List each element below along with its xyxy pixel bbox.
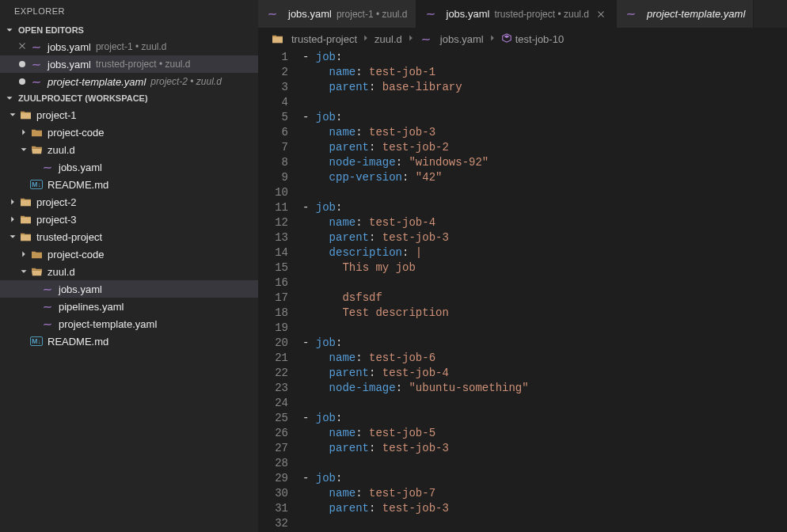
main-area: ⁓jobs.yamlproject-1 • zuul.d⁓jobs.yamltr… (258, 0, 787, 532)
code-line[interactable]: - job: (302, 336, 787, 351)
code-line[interactable] (302, 396, 787, 411)
code-line[interactable]: node-image: "ubuntu-something" (302, 381, 787, 396)
editor-item-close[interactable] (14, 61, 30, 67)
close-icon[interactable] (594, 7, 608, 21)
code-line[interactable]: Test description (302, 306, 787, 321)
line-number: 31 (258, 501, 288, 516)
tree-folder[interactable]: project-1 (0, 106, 258, 124)
code-line[interactable]: name: test-job-7 (302, 486, 787, 501)
code-line[interactable]: name: test-job-6 (302, 351, 787, 366)
editor-item-desc: project-1 • zuul.d (96, 41, 167, 52)
code-line[interactable] (302, 321, 787, 336)
code-line[interactable] (302, 95, 787, 110)
chevron-right-icon (487, 32, 498, 46)
code-line[interactable] (302, 276, 787, 291)
editor-tab[interactable]: ⁓project-template.yaml (617, 0, 754, 28)
unsaved-dot-icon (19, 78, 25, 85)
open-editors-header[interactable]: OPEN EDITORS (0, 22, 258, 38)
tree-folder[interactable]: zuul.d (0, 141, 258, 158)
code-line[interactable]: - job: (302, 110, 787, 125)
editor-item-close[interactable] (14, 40, 30, 54)
tree-folder[interactable]: project-code (0, 124, 258, 141)
chevron-right-icon[interactable] (6, 196, 19, 207)
line-number: 13 (258, 230, 288, 245)
breadcrumb-item[interactable]: ⁓ jobs.yaml (420, 32, 484, 45)
line-number: 4 (258, 95, 288, 110)
code-line[interactable]: dsfsdf (302, 291, 787, 306)
code-line[interactable]: name: test-job-5 (302, 426, 787, 441)
editor-item-close[interactable] (14, 78, 30, 85)
chevron-right-icon[interactable] (17, 249, 30, 260)
code-line[interactable]: parent: test-job-2 (302, 140, 787, 155)
code-line[interactable]: node-image: "windows-92" (302, 155, 787, 170)
code-line[interactable]: This my job (302, 260, 787, 276)
tree-folder[interactable]: project-code (0, 245, 258, 263)
tree-file[interactable]: M↓README.md (0, 332, 258, 350)
code-line[interactable]: - job: (302, 50, 787, 65)
tree-item-label: README.md (48, 336, 108, 348)
line-number: 10 (258, 185, 288, 200)
tree-file[interactable]: ⁓pipelines.yaml (0, 298, 258, 315)
yaml-icon: ⁓ (625, 8, 637, 21)
breadcrumb-item[interactable]: zuul.d (374, 33, 402, 45)
chevron-right-icon[interactable] (6, 214, 19, 225)
code-line[interactable]: parent: test-job-3 (302, 441, 787, 456)
code-line[interactable]: parent: test-job-3 (302, 501, 787, 516)
open-editor-item[interactable]: ⁓project-template.yamlproject-2 • zuul.d (0, 73, 258, 90)
chevron-right-icon[interactable] (17, 127, 30, 138)
chevron-down-icon[interactable] (6, 231, 19, 242)
tree-file[interactable]: ⁓jobs.yaml (0, 280, 258, 298)
tree-folder[interactable]: zuul.d (0, 263, 258, 280)
line-number: 12 (258, 215, 288, 230)
tree-file[interactable]: M↓README.md (0, 176, 258, 193)
tab-name: project-template.yaml (647, 8, 745, 20)
breadcrumb-item[interactable]: trusted-project (271, 33, 357, 45)
code-line[interactable]: cpp-version: "42" (302, 170, 787, 185)
code-line[interactable]: - job: (302, 411, 787, 426)
yaml-icon: ⁓ (30, 40, 43, 53)
open-editor-item[interactable]: ⁓jobs.yamlproject-1 • zuul.d (0, 38, 258, 55)
tree-folder[interactable]: project-3 (0, 211, 258, 228)
close-icon[interactable] (17, 40, 28, 54)
line-number: 32 (258, 516, 288, 531)
code-line[interactable]: name: test-job-1 (302, 65, 787, 80)
tree-item-label: project-3 (36, 214, 77, 226)
tree-folder[interactable]: trusted-project (0, 228, 258, 245)
editor-tab[interactable]: ⁓jobs.yamlproject-1 • zuul.d (258, 0, 416, 28)
code-line[interactable]: description: | (302, 245, 787, 260)
code-line[interactable] (302, 516, 787, 531)
open-editor-item[interactable]: ⁓jobs.yamltrusted-project • zuul.d (0, 55, 258, 73)
line-number: 29 (258, 471, 288, 486)
editor-tab[interactable]: ⁓jobs.yamltrusted-project • zuul.d (416, 0, 618, 28)
code-line[interactable]: parent: test-job-4 (302, 366, 787, 381)
code-line[interactable]: name: test-job-4 (302, 215, 787, 230)
line-number: 5 (258, 110, 288, 125)
tree-folder[interactable]: project-2 (0, 193, 258, 211)
tree-file[interactable]: ⁓jobs.yaml (0, 158, 258, 176)
markdown-icon: M↓ (30, 178, 43, 191)
chevron-down-icon[interactable] (17, 266, 30, 277)
code-content[interactable]: - job: name: test-job-1 parent: base-lib… (302, 50, 787, 532)
tree-item-label: README.md (48, 179, 108, 191)
code-line[interactable] (302, 456, 787, 471)
tree-file[interactable]: ⁓project-template.yaml (0, 315, 258, 332)
code-line[interactable]: parent: base-library (302, 80, 787, 95)
code-line[interactable]: - job: (302, 471, 787, 486)
folder-icon (30, 144, 43, 155)
code-line[interactable] (302, 185, 787, 200)
code-line[interactable]: - job: (302, 200, 787, 215)
tab-name: jobs.yaml (447, 8, 490, 20)
line-number: 19 (258, 321, 288, 336)
line-number: 9 (258, 170, 288, 185)
workspace-header[interactable]: ZUULPROJECT (WORKSPACE) (0, 90, 258, 106)
folder-icon (30, 266, 43, 277)
chevron-down-icon[interactable] (6, 109, 19, 120)
chevron-down-icon[interactable] (17, 144, 30, 155)
code-editor[interactable]: 1234567891011121314151617181920212223242… (258, 50, 787, 532)
line-number: 25 (258, 411, 288, 426)
code-line[interactable]: name: test-job-3 (302, 125, 787, 140)
code-line[interactable]: parent: test-job-3 (302, 230, 787, 245)
breadcrumb: trusted-project zuul.d ⁓ jobs.yaml test-… (258, 28, 787, 50)
editor-item-name: project-template.yaml (48, 76, 146, 88)
breadcrumb-item[interactable]: test-job-10 (501, 32, 564, 46)
